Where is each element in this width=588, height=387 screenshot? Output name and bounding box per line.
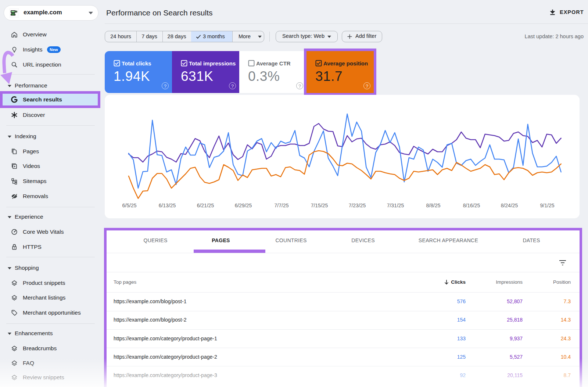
svg-text:8/16/25: 8/16/25: [463, 203, 480, 208]
svg-text:8/8/25: 8/8/25: [426, 203, 441, 208]
svg-text:8/24/25: 8/24/25: [501, 203, 518, 208]
svg-text:6/5/25: 6/5/25: [122, 203, 137, 208]
svg-text:7/23/25: 7/23/25: [349, 203, 366, 208]
svg-text:7/15/25: 7/15/25: [311, 203, 328, 208]
svg-text:9/1/25: 9/1/25: [540, 203, 555, 208]
svg-text:6/21/25: 6/21/25: [197, 203, 214, 208]
svg-text:7/31/25: 7/31/25: [387, 203, 404, 208]
svg-text:6/29/25: 6/29/25: [235, 203, 252, 208]
svg-text:6/13/25: 6/13/25: [159, 203, 176, 208]
svg-text:7/7/25: 7/7/25: [275, 203, 289, 208]
